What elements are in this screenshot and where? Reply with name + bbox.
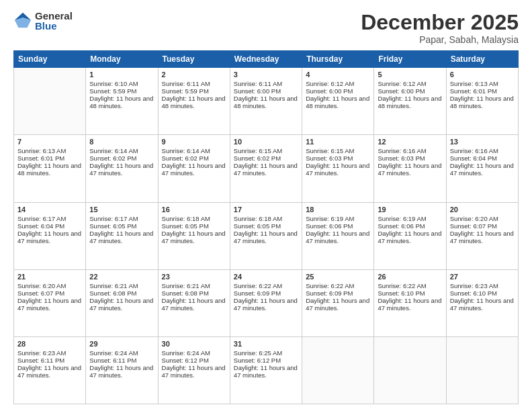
sunset-text: Sunset: 6:12 PM: [234, 357, 298, 364]
day-number: 23: [162, 273, 226, 281]
daylight-text: Daylight: 11 hours and 47 minutes.: [162, 162, 226, 177]
sunrise-text: Sunrise: 6:25 AM: [234, 349, 298, 357]
calendar-cell: 8Sunrise: 6:14 AMSunset: 6:02 PMDaylight…: [86, 135, 158, 202]
col-header-sunday: Sunday: [14, 51, 86, 68]
sunset-text: Sunset: 6:10 PM: [450, 289, 515, 297]
daylight-text: Daylight: 11 hours and 48 minutes.: [17, 162, 82, 177]
daylight-text: Daylight: 11 hours and 47 minutes.: [17, 230, 82, 244]
sunrise-text: Sunrise: 6:12 AM: [306, 80, 370, 87]
daylight-text: Daylight: 11 hours and 48 minutes.: [234, 95, 298, 109]
sunrise-text: Sunrise: 6:24 AM: [162, 349, 226, 357]
col-header-thursday: Thursday: [302, 51, 374, 68]
calendar-cell: 11Sunrise: 6:15 AMSunset: 6:03 PMDayligh…: [302, 135, 374, 202]
calendar-cell: 22Sunrise: 6:21 AMSunset: 6:08 PMDayligh…: [86, 269, 158, 336]
calendar-week-4: 21Sunrise: 6:20 AMSunset: 6:07 PMDayligh…: [14, 269, 519, 336]
sunset-text: Sunset: 6:07 PM: [17, 289, 82, 297]
col-header-wednesday: Wednesday: [230, 51, 302, 68]
title-area: December 2025 Papar, Sabah, Malaysia: [361, 11, 519, 45]
daylight-text: Daylight: 11 hours and 47 minutes.: [450, 162, 515, 177]
calendar-cell: 26Sunrise: 6:22 AMSunset: 6:10 PMDayligh…: [374, 269, 446, 336]
daylight-text: Daylight: 11 hours and 47 minutes.: [234, 162, 298, 177]
day-number: 27: [450, 273, 515, 281]
sunset-text: Sunset: 6:06 PM: [306, 222, 370, 230]
daylight-text: Daylight: 11 hours and 47 minutes.: [234, 364, 298, 379]
sunset-text: Sunset: 6:12 PM: [162, 357, 226, 364]
sunrise-text: Sunrise: 6:15 AM: [306, 147, 370, 154]
calendar-cell: 25Sunrise: 6:22 AMSunset: 6:09 PMDayligh…: [302, 269, 374, 336]
sunset-text: Sunset: 6:05 PM: [234, 222, 298, 230]
logo-text: General Blue: [35, 11, 73, 31]
daylight-text: Daylight: 11 hours and 48 minutes.: [378, 95, 442, 109]
calendar-cell: 12Sunrise: 6:16 AMSunset: 6:03 PMDayligh…: [374, 135, 446, 202]
day-number: 2: [162, 71, 226, 79]
sunrise-text: Sunrise: 6:23 AM: [17, 349, 82, 357]
daylight-text: Daylight: 11 hours and 48 minutes.: [89, 95, 154, 109]
calendar-cell: 17Sunrise: 6:18 AMSunset: 6:05 PMDayligh…: [230, 202, 302, 269]
location: Papar, Sabah, Malaysia: [361, 34, 519, 45]
calendar-week-3: 14Sunrise: 6:17 AMSunset: 6:04 PMDayligh…: [14, 202, 519, 269]
daylight-text: Daylight: 11 hours and 47 minutes.: [17, 364, 82, 379]
logo-icon: [13, 11, 32, 30]
day-number: 19: [378, 205, 442, 214]
calendar-cell: 10Sunrise: 6:15 AMSunset: 6:02 PMDayligh…: [230, 135, 302, 202]
day-number: 15: [89, 205, 154, 214]
sunset-text: Sunset: 6:02 PM: [162, 154, 226, 162]
sunrise-text: Sunrise: 6:22 AM: [378, 282, 442, 289]
day-number: 29: [89, 340, 154, 348]
sunrise-text: Sunrise: 6:13 AM: [17, 147, 82, 154]
sunrise-text: Sunrise: 6:16 AM: [378, 147, 442, 154]
logo: General Blue: [13, 11, 73, 31]
day-number: 3: [234, 71, 298, 79]
calendar-cell: 16Sunrise: 6:18 AMSunset: 6:05 PMDayligh…: [158, 202, 230, 269]
daylight-text: Daylight: 11 hours and 47 minutes.: [162, 364, 226, 379]
sunrise-text: Sunrise: 6:10 AM: [89, 80, 154, 87]
calendar-cell: 2Sunrise: 6:11 AMSunset: 5:59 PMDaylight…: [158, 68, 230, 135]
calendar-cell: 15Sunrise: 6:17 AMSunset: 6:05 PMDayligh…: [86, 202, 158, 269]
daylight-text: Daylight: 11 hours and 47 minutes.: [306, 297, 370, 312]
sunset-text: Sunset: 6:11 PM: [89, 357, 154, 364]
daylight-text: Daylight: 11 hours and 47 minutes.: [450, 230, 515, 244]
calendar-cell: 20Sunrise: 6:20 AMSunset: 6:07 PMDayligh…: [446, 202, 518, 269]
day-number: 6: [450, 71, 515, 79]
sunset-text: Sunset: 6:01 PM: [17, 154, 82, 162]
sunrise-text: Sunrise: 6:21 AM: [162, 282, 226, 289]
sunrise-text: Sunrise: 6:23 AM: [450, 282, 515, 289]
sunrise-text: Sunrise: 6:11 AM: [234, 80, 298, 87]
daylight-text: Daylight: 11 hours and 47 minutes.: [162, 230, 226, 244]
daylight-text: Daylight: 11 hours and 47 minutes.: [234, 230, 298, 244]
sunset-text: Sunset: 5:59 PM: [162, 87, 226, 95]
calendar-week-2: 7Sunrise: 6:13 AMSunset: 6:01 PMDaylight…: [14, 135, 519, 202]
sunset-text: Sunset: 6:00 PM: [306, 87, 370, 95]
day-number: 7: [17, 138, 82, 146]
day-number: 31: [234, 340, 298, 348]
day-number: 28: [17, 340, 82, 348]
sunset-text: Sunset: 6:04 PM: [450, 154, 515, 162]
calendar-table: SundayMondayTuesdayWednesdayThursdayFrid…: [13, 50, 519, 404]
col-header-friday: Friday: [374, 51, 446, 68]
sunset-text: Sunset: 6:10 PM: [378, 289, 442, 297]
day-number: 16: [162, 205, 226, 214]
sunset-text: Sunset: 6:03 PM: [306, 154, 370, 162]
sunset-text: Sunset: 6:02 PM: [89, 154, 154, 162]
calendar-cell: 24Sunrise: 6:22 AMSunset: 6:09 PMDayligh…: [230, 269, 302, 336]
daylight-text: Daylight: 11 hours and 47 minutes.: [17, 297, 82, 312]
sunset-text: Sunset: 6:00 PM: [234, 87, 298, 95]
daylight-text: Daylight: 11 hours and 48 minutes.: [162, 95, 226, 109]
day-number: 5: [378, 71, 442, 79]
day-number: 24: [234, 273, 298, 281]
sunrise-text: Sunrise: 6:18 AM: [234, 215, 298, 222]
col-header-monday: Monday: [86, 51, 158, 68]
daylight-text: Daylight: 11 hours and 47 minutes.: [378, 162, 442, 177]
logo-general: General: [35, 11, 73, 21]
sunrise-text: Sunrise: 6:22 AM: [306, 282, 370, 289]
daylight-text: Daylight: 11 hours and 47 minutes.: [89, 230, 154, 244]
daylight-text: Daylight: 11 hours and 47 minutes.: [89, 162, 154, 177]
day-number: 17: [234, 205, 298, 214]
sunrise-text: Sunrise: 6:17 AM: [17, 215, 82, 222]
day-number: 21: [17, 273, 82, 281]
sunset-text: Sunset: 6:05 PM: [162, 222, 226, 230]
sunset-text: Sunset: 6:00 PM: [378, 87, 442, 95]
day-number: 9: [162, 138, 226, 146]
calendar-cell: 28Sunrise: 6:23 AMSunset: 6:11 PMDayligh…: [14, 336, 86, 404]
day-number: 14: [17, 205, 82, 214]
